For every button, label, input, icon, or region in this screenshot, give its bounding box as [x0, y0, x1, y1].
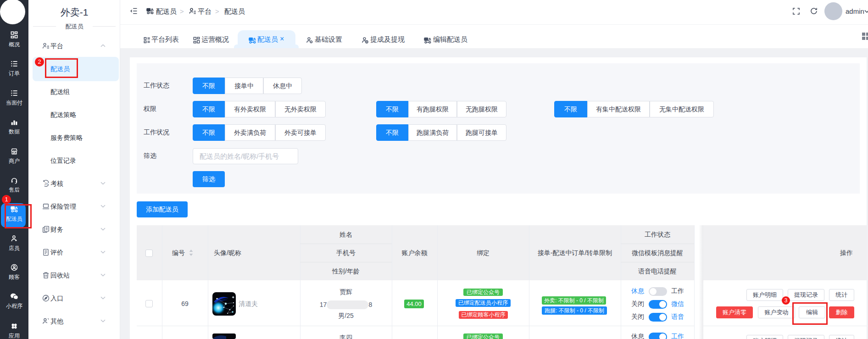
svg-text:24: 24 — [45, 182, 48, 185]
